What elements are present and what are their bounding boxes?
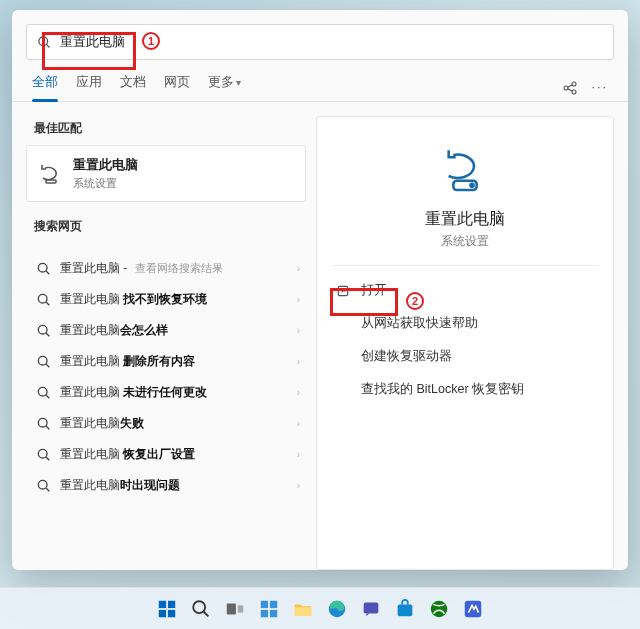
svg-point-18	[38, 418, 47, 427]
more-icon[interactable]: ···	[592, 80, 608, 96]
svg-rect-36	[270, 600, 277, 607]
svg-rect-35	[261, 600, 268, 607]
chevron-right-icon: ›	[297, 418, 300, 429]
web-result-row[interactable]: 重置此电脑 恢复出厂设置›	[26, 439, 306, 470]
svg-point-16	[38, 387, 47, 396]
tab-web[interactable]: 网页	[164, 74, 190, 101]
svg-point-31	[193, 601, 205, 613]
taskbar-search-icon[interactable]	[187, 595, 215, 623]
web-result-row[interactable]: 重置此电脑 未进行任何更改›	[26, 377, 306, 408]
chevron-right-icon: ›	[297, 263, 300, 274]
open-action[interactable]: 打开	[331, 276, 599, 305]
svg-line-9	[46, 271, 49, 274]
taskbar-taskview-icon[interactable]	[221, 595, 249, 623]
svg-point-8	[38, 263, 47, 272]
web-results-header: 搜索网页	[26, 214, 306, 243]
svg-rect-37	[261, 609, 268, 616]
action-label: 查找我的 BitLocker 恢复密钥	[361, 381, 524, 398]
taskbar-start-icon[interactable]	[153, 595, 181, 623]
svg-rect-38	[270, 609, 277, 616]
svg-point-43	[431, 600, 448, 617]
tab-documents[interactable]: 文档	[120, 74, 146, 101]
search-icon	[37, 35, 52, 50]
svg-line-15	[46, 364, 49, 367]
detail-action[interactable]: 创建恢复驱动器	[331, 342, 599, 371]
svg-point-0	[39, 36, 48, 45]
tab-more[interactable]: 更多▾	[208, 74, 241, 101]
svg-rect-41	[364, 602, 379, 613]
web-result-text: 重置此电脑 未进行任何更改	[60, 384, 207, 401]
web-result-row[interactable]: 重置此电脑会怎么样›	[26, 315, 306, 346]
detail-reset-icon	[437, 141, 493, 197]
search-bar[interactable]	[26, 24, 614, 60]
svg-rect-28	[168, 600, 175, 607]
taskbar-explorer-icon[interactable]	[289, 595, 317, 623]
web-result-row[interactable]: 重置此电脑 找不到恢复环境›	[26, 284, 306, 315]
svg-point-25	[470, 184, 473, 187]
best-match-title: 重置此电脑	[73, 156, 138, 174]
web-result-row[interactable]: 重置此电脑时出现问题›	[26, 470, 306, 501]
svg-line-11	[46, 302, 49, 305]
share-icon[interactable]	[562, 80, 578, 96]
svg-line-32	[204, 611, 209, 616]
svg-point-14	[38, 356, 47, 365]
web-result-text: 重置此电脑失败	[60, 415, 144, 432]
tab-all[interactable]: 全部	[32, 74, 58, 101]
divider	[331, 265, 599, 266]
svg-line-17	[46, 395, 49, 398]
svg-line-5	[567, 84, 572, 86]
taskbar-widgets-icon[interactable]	[255, 595, 283, 623]
taskbar-xbox-icon[interactable]	[425, 595, 453, 623]
web-results-list: 重置此电脑 - 查看网络搜索结果›重置此电脑 找不到恢复环境›重置此电脑会怎么样…	[26, 253, 306, 501]
chevron-right-icon: ›	[297, 356, 300, 367]
svg-line-21	[46, 457, 49, 460]
best-match-subtitle: 系统设置	[73, 176, 138, 191]
svg-rect-27	[159, 600, 166, 607]
best-match-header: 最佳匹配	[26, 116, 306, 145]
svg-line-19	[46, 426, 49, 429]
detail-pane: 重置此电脑 系统设置 打开从网站获取快速帮助创建恢复驱动器查找我的 BitLoc…	[316, 116, 614, 570]
svg-line-23	[46, 488, 49, 491]
svg-rect-29	[159, 609, 166, 616]
taskbar-edge-icon[interactable]	[323, 595, 351, 623]
detail-subtitle: 系统设置	[441, 234, 489, 249]
web-result-text: 重置此电脑时出现问题	[60, 477, 180, 494]
web-result-text: 重置此电脑 删除所有内容	[60, 353, 195, 370]
tab-apps[interactable]: 应用	[76, 74, 102, 101]
detail-actions: 打开从网站获取快速帮助创建恢复驱动器查找我的 BitLocker 恢复密钥	[331, 276, 599, 404]
best-match-item[interactable]: 重置此电脑 系统设置	[26, 145, 306, 202]
svg-point-10	[38, 294, 47, 303]
reset-pc-icon	[39, 162, 63, 186]
svg-rect-7	[46, 180, 56, 183]
action-label: 从网站获取快速帮助	[361, 315, 478, 332]
web-result-row[interactable]: 重置此电脑失败›	[26, 408, 306, 439]
chevron-right-icon: ›	[297, 480, 300, 491]
chevron-down-icon: ▾	[236, 77, 241, 88]
detail-action[interactable]: 查找我的 BitLocker 恢复密钥	[331, 375, 599, 404]
svg-point-22	[38, 480, 47, 489]
taskbar-teams-icon[interactable]	[357, 595, 385, 623]
detail-action[interactable]: 从网站获取快速帮助	[331, 309, 599, 338]
web-result-text: 重置此电脑会怎么样	[60, 322, 168, 339]
svg-line-6	[567, 88, 572, 90]
svg-line-1	[46, 44, 49, 47]
web-result-row[interactable]: 重置此电脑 删除所有内容›	[26, 346, 306, 377]
tabs-bar: 全部 应用 文档 网页 更多▾ ···	[12, 60, 628, 102]
svg-line-13	[46, 333, 49, 336]
svg-point-20	[38, 449, 47, 458]
svg-point-2	[564, 86, 568, 90]
detail-title: 重置此电脑	[425, 209, 505, 230]
taskbar-store-icon[interactable]	[391, 595, 419, 623]
taskbar	[0, 587, 640, 629]
web-result-row[interactable]: 重置此电脑 - 查看网络搜索结果›	[26, 253, 306, 284]
web-result-text: 重置此电脑 - 查看网络搜索结果	[60, 260, 223, 277]
svg-point-4	[572, 90, 576, 94]
taskbar-app-icon[interactable]	[459, 595, 487, 623]
svg-rect-30	[168, 609, 175, 616]
chevron-right-icon: ›	[297, 294, 300, 305]
web-result-text: 重置此电脑 找不到恢复环境	[60, 291, 207, 308]
search-input[interactable]	[60, 35, 603, 50]
svg-point-3	[572, 82, 576, 86]
svg-rect-34	[238, 605, 244, 612]
svg-rect-33	[227, 603, 236, 614]
